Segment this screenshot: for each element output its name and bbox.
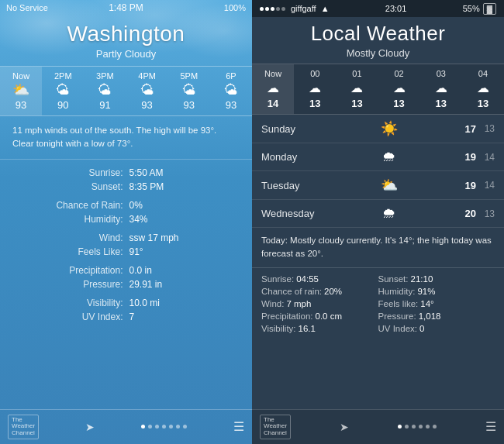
daily-day-2: Tuesday: [261, 180, 323, 191]
r-feels-val: 14°: [420, 299, 433, 308]
sunrise-value: 5:50 AM: [126, 167, 247, 178]
left-details: Sunrise: 5:50 AM Sunset: 8:35 PM Chance …: [0, 160, 252, 409]
right-cloud-2: ☁: [350, 81, 363, 95]
signal-dot-1: [260, 7, 264, 11]
hour-item-4[interactable]: 5PM 🌤 93: [168, 67, 210, 115]
right-htemp-3: 13: [393, 98, 404, 109]
right-hlabel-4: 03: [437, 69, 446, 78]
hour-temp-0: 93: [16, 99, 26, 111]
r-vis-label: Visibility:: [261, 324, 296, 333]
left-city-name: Washington: [0, 22, 252, 46]
uv-label: UV Index:: [6, 311, 126, 322]
detail-pressure: Pressure: 29.91 in: [0, 277, 252, 291]
r-precip-val: 0.0 cm: [315, 311, 342, 321]
sunset-value: 8:35 PM: [126, 181, 247, 192]
hour-item-2[interactable]: 3PM 🌤 91: [84, 67, 126, 115]
r-dot-1: [398, 425, 402, 429]
detail-sunrise: Sunrise: 5:50 AM: [0, 166, 252, 180]
right-battery-pct: 55%: [463, 4, 480, 13]
wind-value: ssw 17 mph: [126, 232, 247, 243]
right-hour-4[interactable]: 03 ☁ 13: [420, 64, 462, 114]
right-details: Sunrise: 04:55 Sunset: 21:10 Chance of r…: [252, 268, 504, 409]
sun-icon-2: 🌤: [98, 83, 112, 97]
right-hour-3[interactable]: 02 ☁ 13: [378, 64, 420, 114]
signal-dot-5: [281, 7, 285, 11]
sunset-label: Sunset:: [6, 181, 126, 192]
right-bottom-bar: The Weather Channel ➤ ☰: [252, 409, 504, 444]
rain-label: Chance of Rain:: [6, 200, 126, 211]
left-weather-panel: No Service 1:48 PM 100% Washington Partl…: [0, 0, 252, 444]
detail-uv: UV Index: 7: [0, 310, 252, 324]
right-hour-1[interactable]: 00 ☁ 13: [294, 64, 336, 114]
right-hour-2[interactable]: 01 ☁ 13: [336, 64, 378, 114]
hour-item-3[interactable]: 4PM 🌤 93: [126, 67, 168, 115]
sun-icon-4: 🌤: [182, 83, 196, 97]
page-dots: [141, 425, 187, 429]
right-detail-row-1: Chance of rain: 20% Humidity: 91%: [252, 285, 504, 298]
right-htemp-0: 14: [268, 98, 278, 109]
wind-label: Wind:: [6, 232, 126, 243]
dot-3: [155, 425, 159, 429]
daily-day-1: Monday: [261, 151, 323, 163]
visibility-value: 10.0 mi: [126, 298, 247, 308]
r-pressure-label: Pressure:: [378, 311, 416, 321]
right-hour-0[interactable]: Now ☁ 14: [252, 64, 294, 114]
signal-dot-4: [276, 7, 280, 11]
logo-line3: Channel: [12, 430, 35, 437]
hour-label-4: 5PM: [180, 71, 198, 81]
r-humidity-label: Humidity:: [378, 287, 416, 296]
hour-label-1: 2PM: [54, 71, 72, 81]
right-hlabel-5: 04: [478, 69, 488, 78]
visibility-label: Visibility:: [6, 298, 126, 308]
sunrise-label: Sunrise:: [6, 167, 126, 178]
right-page-dots: [398, 425, 437, 429]
r-dot-6: [433, 425, 437, 429]
right-detail-col-wind: Wind: 7 mph: [261, 299, 378, 308]
right-time: 23:01: [385, 4, 407, 13]
hour-temp-3: 93: [141, 99, 152, 111]
r-rain-label: Chance of rain:: [261, 287, 322, 296]
hour-item-0[interactable]: Now ⛅ 93: [0, 67, 42, 115]
left-status-bar: No Service 1:48 PM 100%: [0, 0, 252, 15]
r-uv-val: 0: [419, 324, 424, 333]
r-uv-label: UV Index:: [378, 324, 418, 333]
r-feels-label: Feels like:: [378, 299, 419, 308]
left-battery: 100%: [224, 3, 246, 12]
right-detail-col-uv: UV Index: 0: [378, 324, 495, 333]
left-time: 1:48 PM: [109, 2, 143, 13]
battery-icon: ▓: [483, 3, 496, 15]
weather-channel-logo: The Weather Channel: [8, 415, 39, 439]
humidity-value: 34%: [126, 214, 247, 225]
r-humidity-val: 91%: [417, 287, 435, 296]
right-htemp-1: 13: [309, 98, 320, 109]
right-city-name: Local Weather: [252, 22, 504, 46]
menu-lines-icon[interactable]: ☰: [233, 419, 244, 434]
detail-rain: Chance of Rain: 0%: [0, 198, 252, 212]
right-menu-lines-icon[interactable]: ☰: [485, 419, 496, 434]
right-hourly-scroll[interactable]: Now ☁ 14 00 ☁ 13 01 ☁ 13 02 ☁ 13 03 ☁ 13…: [252, 64, 504, 115]
left-service-label: No Service: [6, 3, 48, 12]
r-vis-val: 16.1: [299, 324, 316, 333]
left-condition: Partly Cloudy: [0, 48, 252, 60]
detail-visibility: Visibility: 10.0 mi: [0, 296, 252, 310]
hour-item-5[interactable]: 6P 🌤 93: [210, 67, 252, 115]
left-hourly-scroll[interactable]: Now ⛅ 93 2PM 🌤 90 3PM 🌤 91 4PM 🌤 93 5PM …: [0, 66, 252, 116]
daily-lo-2: 14: [476, 180, 495, 191]
detail-feels: Feels Like: 91°: [0, 245, 252, 259]
r-dot-4: [419, 425, 423, 429]
right-hour-5[interactable]: 04 ☁ 13: [462, 64, 504, 114]
r-dot-3: [412, 425, 416, 429]
feels-label: Feels Like:: [6, 246, 126, 257]
sun-icon-3: 🌤: [140, 83, 154, 97]
hour-temp-4: 93: [184, 99, 195, 111]
daily-hi-1: 19: [454, 151, 476, 163]
right-htemp-4: 13: [436, 98, 447, 109]
right-cloud-5: ☁: [477, 81, 489, 95]
hour-item-1[interactable]: 2PM 🌤 90: [42, 67, 84, 115]
feels-value: 91°: [126, 246, 247, 257]
hour-label-0: Now: [12, 71, 29, 81]
location-arrow-icon: ➤: [85, 421, 95, 433]
right-status-bar: giffgaff ▲ 23:01 55% ▓: [252, 0, 504, 17]
precip-value: 0.0 in: [126, 265, 247, 276]
sun-icon-5: 🌤: [224, 83, 238, 97]
